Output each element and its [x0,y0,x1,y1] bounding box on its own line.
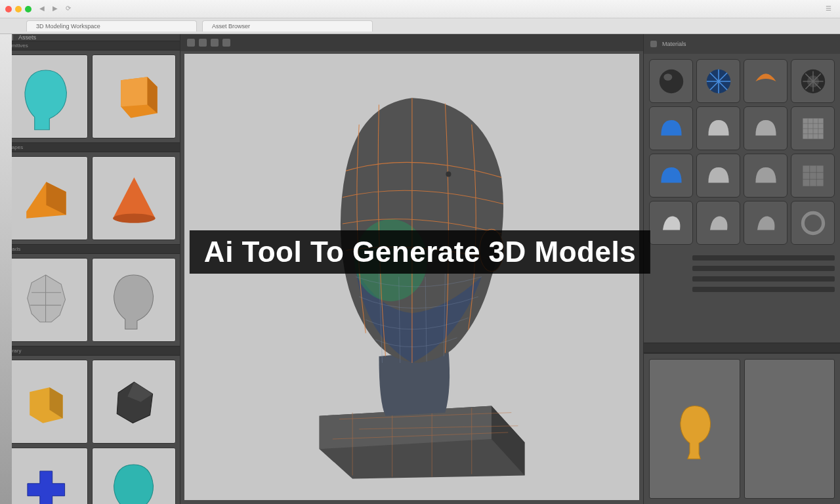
svg-marker-5 [113,177,156,218]
reload-icon[interactable]: ⟳ [66,5,75,14]
asset-grid-4 [0,356,180,504]
mat-cap-gray-2[interactable] [744,106,788,150]
asset-cross-blue[interactable] [4,448,88,504]
right-panel-header: Materials [644,34,840,54]
svg-point-29 [659,69,682,93]
mat-cap-gray-3[interactable] [696,154,740,198]
mat-shell-2[interactable] [696,201,740,245]
lower-right-grid [644,353,840,504]
mat-shell-1[interactable] [649,201,693,245]
tool-move-icon[interactable] [199,39,207,47]
back-icon[interactable]: ◀ [39,5,49,14]
asset-block-yellow[interactable] [4,360,88,444]
mat-cap-gray-1[interactable] [696,106,740,150]
mat-sphere-dark[interactable] [649,59,693,103]
svg-marker-1 [121,77,147,106]
materials-title: Materials [662,41,686,47]
asset-lowpoly-head[interactable] [4,258,88,342]
left-asset-panel: Assets Primitives Shapes [0,34,180,504]
lower-right-header [644,343,840,353]
tool-select-icon[interactable] [187,39,195,47]
asset-wedge-orange[interactable] [4,156,88,240]
tab-1[interactable]: 3D Modeling Workspace [26,20,197,32]
forward-icon[interactable]: ▶ [52,5,62,14]
mat-ring[interactable] [791,201,835,245]
mat-cap-gray-4[interactable] [744,154,788,198]
asset-cube-orange[interactable] [92,54,176,138]
svg-marker-15 [28,471,65,504]
minimize-dot[interactable] [15,6,22,12]
head-model [212,72,612,482]
viewport-toolbar [180,34,643,51]
right-panel: Materials [643,34,840,504]
mat-shell-3[interactable] [744,201,788,245]
left-panel-header: Assets [0,34,180,41]
zoom-dot[interactable] [25,6,32,12]
prop-slider[interactable] [692,276,835,282]
mat-mesh-gray-2[interactable] [791,154,835,198]
mat-cap-blue-1[interactable] [649,106,693,150]
prop-slider[interactable] [692,255,835,261]
asset-cone-orange[interactable] [92,156,176,240]
section-heads[interactable]: Heads [0,244,180,254]
viewport-3d[interactable] [184,54,639,500]
svg-point-54 [803,213,823,233]
svg-rect-49 [803,165,823,186]
mat-torus-orange[interactable] [744,59,788,103]
section-shapes[interactable]: Shapes [0,142,180,152]
asset-head-cyan[interactable] [92,448,176,504]
prop-slider[interactable] [692,287,835,292]
section-library[interactable]: Library [0,346,180,356]
tool-scale-icon[interactable] [222,39,230,47]
mat-fan-blue[interactable] [696,59,740,103]
traffic-lights [5,6,32,12]
tool-rotate-icon[interactable] [211,39,219,47]
material-grid [644,54,840,250]
asset-grid-3 [0,254,180,346]
section-primitives[interactable]: Primitives [0,41,180,51]
mat-mesh-gray[interactable] [791,106,835,150]
asset-head-gray[interactable] [92,258,176,342]
tab-strip: 3D Modeling Workspace Asset Browser [0,18,840,34]
left-panel-title: Assets [18,34,36,41]
panel-icon [650,41,657,47]
menu-icon[interactable]: ☰ [826,5,835,14]
title-overlay: Ai Tool To Generate 3D Models [190,230,650,274]
svg-marker-7 [28,276,66,323]
close-dot[interactable] [5,6,12,12]
prop-slider[interactable] [692,266,835,271]
preview-bust-orange[interactable] [649,359,740,499]
svg-point-6 [113,213,156,222]
svg-point-28 [446,172,451,177]
properties-area [644,250,840,343]
tab-2[interactable]: Asset Browser [202,20,373,32]
asset-head-teal[interactable] [4,54,88,138]
mat-wheel[interactable] [791,59,835,103]
preview-empty[interactable] [744,359,835,499]
svg-point-30 [663,74,672,80]
mat-cap-blue-2[interactable] [649,154,693,198]
asset-rock-dark[interactable] [92,360,176,444]
asset-grid-2 [0,152,180,244]
left-edge-decor [0,34,12,504]
asset-grid-1 [0,51,180,142]
window-chrome: ◀ ▶ ⟳ ☰ [0,0,840,18]
